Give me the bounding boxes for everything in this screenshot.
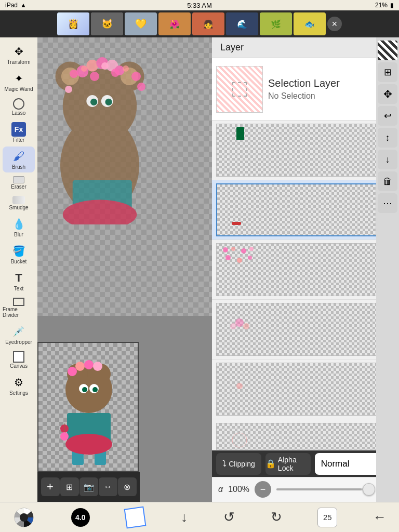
tool-lasso[interactable]: Lasso xyxy=(3,96,35,118)
tool-canvas[interactable]: Canvas xyxy=(3,349,35,371)
browser-tab-close[interactable]: ✕ xyxy=(327,17,342,31)
opacity-slider[interactable] xyxy=(276,488,371,490)
eyedropper-icon: 💉 xyxy=(11,324,26,339)
pink-flowers xyxy=(58,58,152,136)
svg-point-41 xyxy=(92,387,98,392)
clipping-icon: ⤵ xyxy=(222,459,227,469)
import-photo-btn[interactable]: 📷 xyxy=(79,477,98,496)
svg-point-21 xyxy=(111,69,119,77)
transform-layer-btn[interactable]: ↔ xyxy=(99,477,117,496)
svg-point-49 xyxy=(60,432,69,441)
tool-bucket[interactable]: 🪣 Bucket xyxy=(3,241,35,267)
canvas-view-btn[interactable] xyxy=(125,508,145,527)
layer-21-svg xyxy=(218,424,261,450)
action-btn[interactable]: ⊗ xyxy=(118,477,137,496)
checkerboard-btn[interactable] xyxy=(378,41,397,60)
filter-icon: Fx xyxy=(11,122,26,137)
transform-icon: ✥ xyxy=(11,44,26,59)
main-area: ✥ Transform ✦ Magic Wand Lasso Fx Filter… xyxy=(0,37,399,502)
status-left: iPad ▲ xyxy=(5,2,26,9)
layer-row-21[interactable]: 21 xyxy=(212,419,399,450)
clipping-btn[interactable]: ⤵ Clipping xyxy=(216,453,261,475)
layer-26-content xyxy=(236,127,244,140)
redo-icon: ↻ xyxy=(271,509,282,525)
tool-filter[interactable]: Fx Filter xyxy=(3,119,35,145)
merge-down-btn[interactable]: ↓ xyxy=(378,150,397,169)
frame-divider-icon xyxy=(13,298,24,306)
layer-actions-row: ⤵ Clipping 🔒 Alpha Lock Normal ▼ xyxy=(212,450,399,477)
bucket-label: Bucket xyxy=(11,259,27,264)
tool-eraser[interactable]: Eraser xyxy=(3,174,35,192)
flip-h-btn[interactable]: ↩ xyxy=(378,106,397,126)
canvas-view-icon xyxy=(124,506,147,528)
layer-row-25[interactable]: 👁 25 100% Normal xyxy=(212,180,399,240)
layer-25-thumbnail xyxy=(216,183,395,236)
layer-row-24[interactable]: 👁 24 100% Normal xyxy=(212,240,399,300)
canvas-area[interactable]: + ⊞ 📷 ↔ ⊗ xyxy=(37,37,212,502)
eraser-icon xyxy=(13,176,24,183)
browser-tab[interactable]: 💛 xyxy=(125,12,157,35)
tool-magic-wand[interactable]: ✦ Magic Wand xyxy=(3,69,35,95)
tool-text[interactable]: T Text xyxy=(3,268,35,294)
add-layer-plus-btn[interactable]: + xyxy=(41,477,60,496)
svg-point-63 xyxy=(20,513,28,522)
color-picker-btn[interactable] xyxy=(12,506,35,529)
tool-blur[interactable]: 💧 Blur xyxy=(3,214,35,240)
back-btn[interactable]: ← xyxy=(373,509,387,525)
opacity-slider-thumb[interactable] xyxy=(363,483,375,496)
layer-count-btn[interactable]: 25 xyxy=(317,508,337,527)
svg-point-19 xyxy=(90,72,99,81)
layer-row-23[interactable]: 👁 23 100% Normal xyxy=(212,300,399,360)
layer-25-content xyxy=(232,222,241,225)
browser-tab[interactable]: 👧 xyxy=(192,12,224,35)
svg-point-24 xyxy=(65,86,72,93)
svg-point-60 xyxy=(236,383,243,389)
svg-point-35 xyxy=(75,362,85,371)
grid-btn[interactable]: ⊞ xyxy=(378,62,397,82)
tool-eyedropper[interactable]: 💉 Eyedropper xyxy=(3,322,35,348)
eraser-label: Eraser xyxy=(11,184,26,190)
add-layer-btn[interactable]: ⊞ xyxy=(60,477,79,496)
frame-divider-label: Frame Divider xyxy=(3,307,35,318)
browser-tab[interactable]: 👸 xyxy=(57,12,89,35)
svg-point-61 xyxy=(232,433,247,447)
filter-label: Filter xyxy=(13,137,24,143)
transform-label: Transform xyxy=(7,59,30,65)
status-bar: iPad ▲ 5:33 AM 21% ▮ xyxy=(0,0,399,10)
svg-point-59 xyxy=(243,323,249,329)
layer-row-26[interactable]: 👁 26 100% Normal xyxy=(212,121,399,180)
layer-23-svg xyxy=(218,304,261,348)
flip-v-btn[interactable]: ↕ xyxy=(378,128,397,148)
tool-settings[interactable]: ⚙ Settings xyxy=(3,373,35,398)
redo-btn[interactable]: ↻ xyxy=(271,509,282,525)
tool-brush[interactable]: 🖌 Brush xyxy=(3,147,35,172)
browser-tab[interactable]: 🐱 xyxy=(91,12,123,35)
browser-tab[interactable]: 🌿 xyxy=(260,12,292,35)
alpha-lock-label: Alpha Lock xyxy=(278,456,311,472)
status-right: 21% ▮ xyxy=(375,2,394,9)
browser-tab[interactable]: 🌺 xyxy=(158,12,191,35)
move-btn[interactable]: ✥ xyxy=(378,84,397,104)
browser-tab[interactable]: 🌊 xyxy=(226,12,258,35)
tool-smudge[interactable]: Smudge xyxy=(3,193,35,213)
back-arrow-icon: ← xyxy=(373,509,387,525)
magic-wand-label: Magic Wand xyxy=(4,86,33,92)
selection-layer-row[interactable]: Selection Layer No Selection xyxy=(212,58,399,121)
undo-icon: ↺ xyxy=(223,509,235,525)
blend-mode-value: Normal xyxy=(321,459,350,469)
brush-size-btn[interactable]: 4.0 xyxy=(71,508,90,527)
move-down-btn[interactable]: ↓ xyxy=(181,509,188,525)
delete-layer-btn[interactable]: 🗑 xyxy=(378,171,397,191)
tool-transform[interactable]: ✥ Transform xyxy=(3,42,35,68)
tool-frame-divider[interactable]: Frame Divider xyxy=(3,295,35,321)
more-options-btn[interactable]: ⋯ xyxy=(378,193,397,213)
opacity-decrease-btn[interactable]: − xyxy=(255,481,271,498)
layer-23-thumbnail xyxy=(216,303,395,356)
browser-tab[interactable]: 🐟 xyxy=(294,12,326,35)
eyedropper-label: Eyedropper xyxy=(5,339,32,345)
undo-btn[interactable]: ↺ xyxy=(223,509,235,525)
brush-label: Brush xyxy=(12,164,25,170)
alpha-lock-btn[interactable]: 🔒 Alpha Lock xyxy=(265,453,311,475)
magic-wand-icon: ✦ xyxy=(11,71,26,86)
layer-row-22[interactable]: 👁 22 100% Normal xyxy=(212,360,399,419)
